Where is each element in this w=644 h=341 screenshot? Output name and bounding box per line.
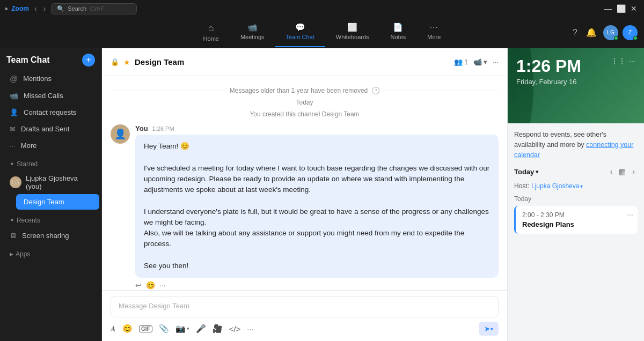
connect-text: Respond to events, see other's availabil… — [514, 130, 638, 160]
toolbar-more-button[interactable]: ··· — [247, 324, 254, 333]
channel-name: Design Team — [135, 57, 184, 66]
today-dropdown[interactable]: Today ▾ — [514, 168, 538, 176]
ljupka-label: Ljupka Gjosheva (you) — [26, 174, 92, 190]
help-button[interactable]: ? — [570, 26, 580, 40]
screenshot-button[interactable]: 📷▾ — [175, 324, 189, 333]
panel-header-icons: ⋮⋮ ··· — [611, 57, 635, 65]
right-panel: 1:26 PM Friday, February 16 ⋮⋮ ··· Respo… — [507, 48, 644, 341]
design-team-label: Design Team — [24, 198, 64, 206]
close-button[interactable]: ✕ — [628, 3, 640, 14]
sidebar-item-mentions[interactable]: @ Mentions — [2, 70, 99, 87]
time-block: 1:26 PM Friday, February 16 — [516, 57, 611, 86]
host-name-dropdown[interactable]: Ljupka Gjosheva ▾ — [531, 182, 583, 190]
format-button[interactable]: 𝑨 — [111, 324, 116, 333]
send-area: ➤ ▾ — [479, 322, 499, 336]
search-shortcut: Ctrl+F — [90, 6, 105, 12]
starred-section-header[interactable]: ▼ Starred — [2, 156, 99, 169]
nav-forward-button[interactable]: › — [41, 3, 48, 14]
screen-sharing-icon: 🖥 — [10, 232, 17, 240]
panel-more-button[interactable]: ··· — [629, 57, 635, 65]
message-row: 👤 You 1:26 PM Hey Team! 😊 I've scheduled… — [111, 124, 499, 290]
video-dropdown-arrow: ▾ — [484, 58, 487, 66]
calendar-nav-arrows: ‹ ▦ › — [608, 166, 638, 177]
members-button[interactable]: 👥 1 — [454, 58, 468, 66]
sidebar-item-drafts[interactable]: ✉ Drafts and Sent — [2, 121, 99, 137]
sidebar-item-design-team[interactable]: Design Team — [16, 194, 99, 210]
current-time: 1:26 PM — [516, 57, 611, 76]
ljupka-avatar: LG — [10, 176, 21, 188]
sidebar-item-more[interactable]: ··· More — [2, 138, 99, 153]
mentions-label: Mentions — [23, 75, 52, 83]
search-bar[interactable]: 🔍 Search Ctrl+F — [51, 3, 137, 14]
video-tool-button[interactable]: 🎥 — [213, 324, 223, 333]
sidebar-item-ljupka[interactable]: LG Ljupka Gjosheva (you) — [2, 172, 99, 193]
recents-section-header[interactable]: ▼ Recents — [2, 212, 99, 225]
gif-button[interactable]: GIF — [139, 325, 152, 332]
maximize-button[interactable]: ⬜ — [615, 3, 627, 14]
message-more-button[interactable]: ··· — [159, 281, 166, 290]
chat-header: 🔒 ★ Design Team 👥 1 📹 ▾ ··· — [102, 48, 507, 76]
tab-meetings-label: Meetings — [240, 34, 265, 40]
attach-button[interactable]: 📎 — [159, 324, 169, 333]
tab-more[interactable]: ··· More — [416, 18, 451, 47]
member-count: 1 — [464, 58, 468, 66]
message-bubble: Hey Team! 😊 I've scheduled a meeting for… — [135, 135, 499, 278]
tab-home[interactable]: ⌂ Home — [193, 18, 230, 47]
cal-next-button[interactable]: › — [630, 166, 638, 177]
send-icon: ➤ — [484, 324, 491, 333]
add-chat-button[interactable]: + — [82, 54, 95, 66]
code-button[interactable]: </> — [229, 324, 241, 333]
secondary-avatar[interactable]: Z — [623, 25, 638, 40]
archive-notice: Messages older than 1 year have been rem… — [111, 87, 499, 94]
apps-section-header[interactable]: ▶ Apps — [2, 246, 99, 259]
video-button[interactable]: 📹 ▾ — [473, 58, 487, 66]
tab-whiteboards[interactable]: ⬜ Whiteboards — [325, 18, 380, 47]
sidebar-item-screen-sharing[interactable]: 🖥 Screen sharing — [2, 228, 99, 243]
apps-section-arrow: ▶ — [10, 251, 13, 257]
event-section-label: Today — [514, 195, 638, 203]
contact-requests-icon: 👤 — [10, 108, 18, 116]
missed-calls-icon: 📹 — [10, 92, 18, 100]
header-right: ? 🔔 LG Z — [570, 25, 638, 40]
lock-icon: 🔒 — [111, 58, 119, 66]
send-dropdown-arrow: ▾ — [491, 326, 493, 332]
calendar-nav: Today ▾ ‹ ▦ › — [514, 166, 638, 177]
panel-menu-button[interactable]: ⋮⋮ — [611, 57, 626, 65]
star-icon[interactable]: ★ — [123, 58, 130, 66]
minimize-button[interactable]: — — [602, 3, 614, 14]
current-date: Friday, February 16 — [516, 78, 611, 86]
message-time: 1:26 PM — [152, 125, 174, 132]
channel-created-msg: You created this channel Design Team — [111, 110, 499, 118]
send-button[interactable]: ➤ ▾ — [479, 322, 499, 336]
cal-view-button[interactable]: ▦ — [616, 166, 628, 177]
chat-more-button[interactable]: ··· — [493, 58, 499, 66]
chat-messages[interactable]: Messages older than 1 year have been rem… — [102, 76, 507, 290]
audio-button[interactable]: 🎤 — [196, 324, 206, 333]
right-panel-body: Respond to events, see other's availabil… — [508, 123, 644, 341]
whiteboards-icon: ⬜ — [347, 23, 357, 32]
navigation-arrows: ‹ › — [32, 3, 48, 14]
chat-area: 🔒 ★ Design Team 👥 1 📹 ▾ ··· Messag — [102, 48, 507, 341]
video-icon: 📹 — [473, 58, 482, 66]
cal-prev-button[interactable]: ‹ — [608, 166, 616, 177]
chat-input[interactable]: Message Design Team — [111, 296, 499, 317]
reply-button[interactable]: ↩ — [135, 281, 142, 290]
notifications-button[interactable]: 🔔 — [584, 25, 599, 40]
event-card: ··· 2:00 - 2:30 PM Redesign Plans — [514, 206, 638, 234]
emoji-button[interactable]: 😊 — [122, 324, 133, 333]
react-button[interactable]: 😊 — [146, 281, 155, 290]
search-label: Search — [68, 5, 86, 12]
starred-section-arrow: ▼ — [10, 161, 14, 167]
user-avatar[interactable]: LG — [603, 25, 618, 40]
tab-meetings[interactable]: 📹 Meetings — [230, 18, 275, 47]
archive-help-icon: ? — [372, 87, 379, 94]
nav-back-button[interactable]: ‹ — [32, 3, 39, 14]
event-menu-button[interactable]: ··· — [627, 210, 633, 219]
sidebar-item-missed-calls[interactable]: 📹 Missed Calls — [2, 88, 99, 103]
sidebar-item-contact-requests[interactable]: 👤 Contact requests — [2, 105, 99, 120]
date-separator: Today — [111, 99, 499, 106]
event-time: 2:00 - 2:30 PM — [522, 211, 631, 219]
tab-team-chat[interactable]: 💬 Team Chat — [275, 18, 325, 47]
tab-notes[interactable]: 📄 Notes — [380, 18, 417, 47]
calendar-nav-left: Today ▾ — [514, 168, 538, 176]
